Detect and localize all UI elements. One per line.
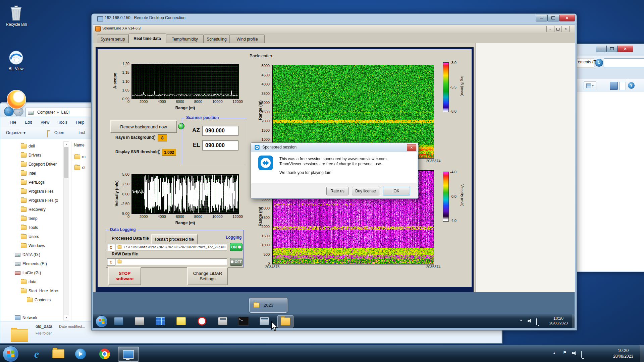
menu-tools[interactable]: Tools [58, 120, 67, 125]
tree-item-lacie-g-[interactable]: LaCie (G:) [3, 268, 63, 277]
tree-item-dell[interactable]: dell [3, 141, 63, 150]
remote-chevron-up-icon[interactable]: ▲ [520, 318, 523, 322]
snr-spinner[interactable] [158, 149, 161, 155]
tree-item-users[interactable]: Users [3, 232, 63, 241]
remote-taskbar-button-scan[interactable] [257, 315, 272, 327]
tree-item-start-here-mac-[interactable]: Start_Here_Mac. [3, 286, 63, 295]
explorer-taskbar-button[interactable] [50, 347, 67, 361]
scroll-up-icon[interactable]: ▲ [64, 141, 69, 147]
list-item[interactable]: ol [72, 162, 91, 173]
tree-item-perflogs[interactable]: PerfLogs [3, 178, 63, 187]
rdp-restore-button[interactable] [547, 15, 559, 21]
chrome-taskbar-button[interactable] [96, 347, 113, 361]
preview-pane-icon[interactable] [610, 82, 618, 90]
rays-spinner[interactable] [153, 135, 156, 140]
tree-item-drivers[interactable]: Drivers [3, 150, 63, 160]
selected-file-name[interactable]: old_data [36, 324, 52, 329]
tab-scheduling[interactable]: Scheduling [204, 35, 230, 43]
tree-item-intel[interactable]: Intel [3, 169, 63, 178]
renew-background-button[interactable]: Renew background now [110, 120, 177, 133]
recycle-bin-icon[interactable] [9, 5, 23, 21]
include-button[interactable]: Incl [78, 130, 85, 135]
menu-help[interactable]: Help [76, 120, 85, 125]
right-window-maximize-button[interactable] [606, 46, 617, 52]
right-window-minimize-button[interactable]: — [596, 46, 606, 52]
snr-value-field[interactable]: 1.002 [162, 149, 176, 156]
breadcrumb-root[interactable]: Computer [37, 110, 55, 115]
action-center-flag-icon[interactable]: ⚑ [563, 350, 567, 355]
remote-taskbar-button-note[interactable] [173, 315, 189, 327]
show-desktop-button[interactable] [640, 345, 644, 362]
tree-item-temp[interactable]: temp [3, 214, 63, 223]
processed-path-field[interactable]: C:\LiDAR\Data\Proc\2023\202308\20230820\… [115, 244, 227, 250]
app-close-button[interactable]: ✕ [562, 26, 570, 32]
remote-network-icon[interactable] [536, 318, 537, 325]
app-restore-button[interactable] [554, 26, 562, 32]
el-value-field[interactable]: 090.000 [202, 140, 238, 150]
menu-file[interactable]: File [10, 120, 16, 125]
change-lidar-settings-button[interactable]: Change LiDAR Settings [187, 267, 228, 285]
new-item-icon[interactable] [619, 82, 626, 90]
remote-clock-time[interactable]: 10:20 [546, 316, 571, 321]
browser-logo-icon[interactable] [7, 90, 26, 109]
remote-taskbar-button-printer[interactable] [215, 315, 230, 327]
rdp-minimize-button[interactable]: — [536, 15, 547, 21]
tree-item-edgeport-driver[interactable]: Edgeport Driver [3, 160, 63, 169]
remote-taskbar-button-power[interactable] [194, 315, 210, 327]
open-button[interactable]: Open [54, 130, 64, 135]
rdp-taskbar-button[interactable] [118, 347, 139, 362]
list-item[interactable]: m [72, 152, 91, 162]
clock-time[interactable]: 10:20 [606, 348, 640, 353]
bl-view-icon[interactable] [9, 50, 23, 65]
raw-drive-selector[interactable]: C [107, 258, 115, 266]
breadcrumb-current[interactable]: LaCi [61, 110, 70, 115]
help-icon[interactable]: ? [628, 82, 635, 89]
remote-clock-date[interactable]: 20/08/2023 [544, 321, 573, 325]
tree-item-recovery[interactable]: Recovery [3, 205, 63, 214]
stop-software-button[interactable]: STOP software [108, 267, 141, 285]
tab-wind-profile[interactable]: Wind profile [230, 35, 265, 43]
processed-logging-toggle[interactable]: ON [230, 243, 243, 251]
tree-item-program-files[interactable]: Program Files [3, 187, 63, 196]
tree-item-data-d-[interactable]: DATA (D:) [3, 250, 63, 259]
tree-item-program-files-x[interactable]: Program Files (x [3, 196, 63, 205]
tree-item-windows[interactable]: Windows [3, 241, 63, 250]
scrollbar-thumb[interactable] [64, 147, 68, 178]
dialog-close-button[interactable]: ✕ [407, 144, 416, 151]
layout-dropdown-icon[interactable]: ▾ [584, 81, 596, 90]
raw-path-field[interactable] [115, 258, 227, 265]
tab-temp-humidity[interactable]: Temp/humidity [166, 35, 204, 43]
tab-real-time-data[interactable]: Real time data [128, 34, 166, 43]
app-minimize-button[interactable]: – [546, 26, 554, 32]
remote-start-button[interactable] [96, 315, 108, 327]
right-window-close-button[interactable]: ✕ [617, 46, 633, 52]
menu-edit[interactable]: Edit [25, 120, 32, 125]
rate-us-button[interactable]: Rate us [326, 187, 348, 195]
organize-button[interactable]: Organize ▾ [6, 130, 25, 135]
tree-item-data[interactable]: data [3, 277, 63, 286]
clock-date[interactable]: 20/08/2023 [606, 354, 641, 359]
network-icon[interactable] [581, 351, 582, 358]
start-button[interactable] [3, 346, 19, 362]
tree-scrollbar[interactable]: ▲ ▼ [63, 141, 69, 320]
restart-processed-file-button[interactable]: Restart processed file [151, 234, 198, 244]
name-column-header[interactable]: Name [74, 143, 91, 149]
refresh-icon[interactable]: ↻ [595, 59, 603, 67]
remote-taskbar-button-folder[interactable] [277, 315, 293, 327]
rays-value-field[interactable]: 8 [158, 134, 167, 141]
remote-taskbar-button-terminal[interactable]: >_ [236, 315, 251, 327]
wmp-taskbar-button[interactable] [72, 347, 89, 361]
az-value-field[interactable]: 090.000 [202, 126, 238, 136]
breadcrumb[interactable]: Computer ► LaCi [25, 108, 95, 117]
remote-taskbar-button-app-gray[interactable] [132, 315, 147, 327]
remote-show-desktop-button[interactable] [572, 314, 575, 328]
rdp-close-button[interactable]: ✕ [559, 15, 575, 21]
search-input[interactable] [604, 58, 644, 67]
tree-item-contents[interactable]: Contents [3, 295, 63, 304]
raw-logging-toggle[interactable]: OFF [230, 258, 243, 266]
taskbar-button-2023[interactable]: 2023 [249, 298, 287, 313]
tab-system-setup[interactable]: System setup [97, 35, 128, 43]
scroll-down-icon[interactable]: ▼ [64, 315, 69, 320]
tree-item-tools[interactable]: Tools [3, 223, 63, 232]
remote-taskbar-button-app-blue[interactable] [111, 315, 126, 327]
